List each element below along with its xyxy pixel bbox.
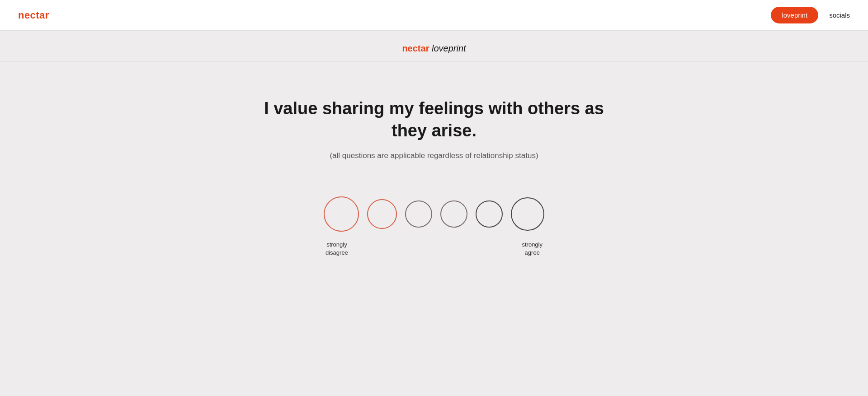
- header-right: loveprint socials: [771, 7, 850, 23]
- main-content: I value sharing my feelings with others …: [0, 61, 868, 284]
- sub-note: (all questions are applicable regardless…: [330, 151, 538, 160]
- loveprint-button[interactable]: loveprint: [771, 7, 818, 23]
- label-spacer: [348, 241, 522, 257]
- label-strongly-agree: stronglyagree: [522, 241, 542, 257]
- rating-container: stronglydisagree stronglyagree: [324, 196, 544, 257]
- label-strongly-disagree: stronglydisagree: [326, 241, 348, 257]
- sub-header-title: nectar loveprint: [402, 43, 466, 54]
- sub-header: nectar loveprint: [0, 31, 868, 61]
- sub-header-divider: [0, 61, 868, 61]
- header: nectar loveprint socials: [0, 0, 868, 31]
- rating-labels: stronglydisagree stronglyagree: [324, 241, 544, 257]
- sub-header-italic: loveprint: [432, 43, 466, 53]
- logo: nectar: [18, 9, 49, 21]
- circles-row: [324, 196, 544, 232]
- rating-circle-6[interactable]: [511, 197, 544, 231]
- sub-header-brand: nectar: [402, 43, 429, 53]
- socials-link[interactable]: socials: [829, 11, 850, 19]
- rating-circle-4[interactable]: [440, 200, 467, 228]
- rating-circle-2[interactable]: [367, 199, 397, 229]
- question-text: I value sharing my feelings with others …: [262, 98, 606, 142]
- rating-circle-1[interactable]: [324, 196, 359, 232]
- rating-circle-3[interactable]: [405, 200, 432, 228]
- rating-circle-5[interactable]: [476, 200, 503, 228]
